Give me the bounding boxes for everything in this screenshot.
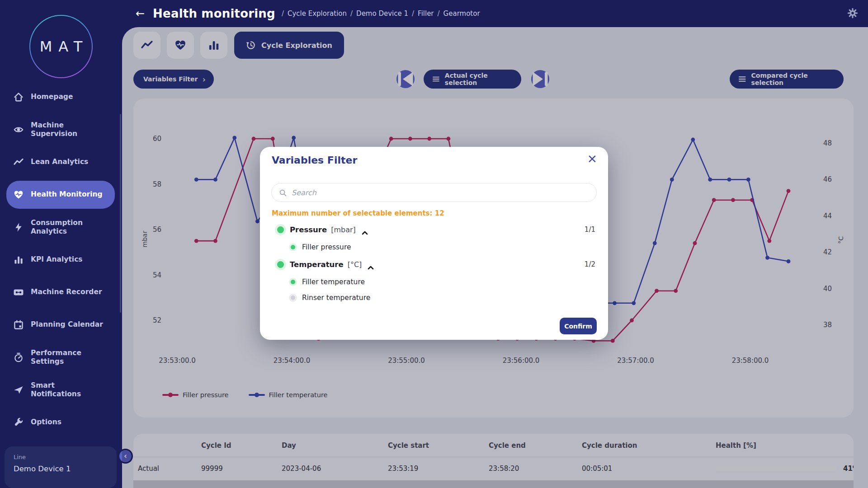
breadcrumb-separator: / — [282, 9, 284, 18]
page-title: Health monitoring — [153, 7, 275, 20]
recorder-icon — [14, 287, 24, 297]
sidebar-item-smart-notifications[interactable]: Smart Notifications — [0, 374, 122, 406]
close-icon[interactable]: × — [587, 152, 597, 164]
home-icon — [14, 92, 24, 102]
sidebar-item-planning-calendar[interactable]: Planning Calendar — [0, 309, 122, 341]
sidebar-item-label: Homepage — [31, 93, 103, 101]
breadcrumb-item[interactable]: Gearmotor — [443, 9, 480, 18]
group-unit: [°C] — [348, 260, 362, 269]
sidebar-item-label: Planning Calendar — [31, 320, 103, 329]
variables-filter-modal: Variables Filter × Maximum number of sel… — [260, 147, 608, 340]
sidebar-item-options[interactable]: Options — [0, 406, 122, 439]
search-icon — [279, 189, 287, 197]
gear-icon[interactable] — [847, 8, 858, 19]
option-label: Filler pressure — [302, 243, 351, 251]
option-select-dot[interactable] — [291, 296, 295, 300]
group-name: Pressure — [290, 225, 327, 234]
modal-title: Variables Filter — [272, 155, 357, 166]
variable-group-temperature[interactable]: Temperature[°C]1/2 — [272, 255, 596, 274]
calendar-icon — [14, 320, 24, 330]
sidebar-item-health-monitoring[interactable]: Health Monitoring — [0, 178, 122, 211]
sidebar-item-machine-supervision[interactable]: Machine Supervision — [0, 113, 122, 146]
breadcrumb-item[interactable]: Cycle Exploration — [288, 9, 347, 18]
sidebar-item-label: Health Monitoring — [31, 190, 103, 199]
sidebar-item-machine-recorder[interactable]: Machine Recorder — [0, 276, 122, 309]
sidebar-item-label: Machine Recorder — [31, 288, 103, 296]
option-label: Rinser temperature — [302, 294, 370, 302]
sidebar-nav: HomepageMachine SupervisionLean Analytic… — [0, 81, 122, 439]
option-select-dot[interactable] — [291, 280, 295, 284]
confirm-button[interactable]: Confirm — [560, 318, 597, 334]
sidebar-scrollbar[interactable] — [120, 114, 121, 313]
search-input[interactable] — [292, 188, 589, 197]
sidebar-item-homepage[interactable]: Homepage — [0, 81, 122, 113]
modal-search-box[interactable] — [271, 183, 597, 202]
group-select-dot[interactable] — [277, 261, 284, 268]
option-label: Filler temperature — [302, 278, 365, 286]
back-arrow-icon[interactable]: ← — [136, 7, 145, 20]
breadcrumb-separator: / — [438, 9, 440, 18]
breadcrumb: /Cycle Exploration/Demo Device 1/Filler/… — [282, 9, 480, 18]
max-elements-warning: Maximum number of selectable elements: 1… — [272, 209, 444, 217]
bolt-icon — [14, 222, 24, 232]
device-card-value: Demo Device 1 — [14, 465, 108, 473]
sidebar-item-lean-analytics[interactable]: Lean Analytics — [0, 146, 122, 178]
sidebar-item-label: KPI Analytics — [31, 255, 103, 264]
chevron-up-icon[interactable] — [368, 263, 374, 267]
header: ← Health monitoring /Cycle Exploration/D… — [0, 0, 868, 27]
gauge-icon — [14, 352, 24, 362]
eye-icon — [14, 125, 24, 135]
chevron-up-icon[interactable] — [362, 228, 368, 232]
device-card[interactable]: Line Demo Device 1 — [5, 446, 117, 488]
breadcrumb-item[interactable]: Filler — [418, 9, 434, 18]
heart-icon — [14, 190, 24, 200]
group-select-dot[interactable] — [277, 226, 284, 233]
sidebar-item-consumption-analytics[interactable]: Consumption Analytics — [0, 211, 122, 244]
logo-text: MAT — [33, 38, 89, 55]
group-count: 1/1 — [585, 225, 596, 234]
breadcrumb-item[interactable]: Demo Device 1 — [356, 9, 408, 18]
option-select-dot[interactable] — [291, 245, 295, 249]
sidebar-item-performance-settings[interactable]: Performance Settings — [0, 341, 122, 374]
sidebar-item-kpi-analytics[interactable]: KPI Analytics — [0, 244, 122, 276]
sidebar: MAT HomepageMachine SupervisionLean Anal… — [0, 0, 122, 488]
group-unit: [mbar] — [331, 225, 356, 234]
group-count: 1/2 — [585, 260, 596, 268]
breadcrumb-separator: / — [350, 9, 353, 18]
device-card-label: Line — [14, 454, 108, 460]
sidebar-item-label: Options — [31, 418, 103, 427]
group-name: Temperature — [290, 260, 344, 269]
sidebar-item-label: Smart Notifications — [31, 381, 103, 399]
trend-icon — [14, 157, 24, 167]
breadcrumb-separator: / — [412, 9, 414, 18]
sidebar-item-label: Consumption Analytics — [31, 219, 103, 236]
send-icon — [14, 385, 24, 395]
bar-chart-icon — [14, 255, 24, 265]
app-root: { "header": { "title": "Health monitorin… — [0, 0, 868, 488]
sidebar-item-label: Performance Settings — [31, 349, 103, 366]
sidebar-item-label: Lean Analytics — [31, 158, 103, 166]
variable-group-pressure[interactable]: Pressure[mbar]1/1 — [272, 220, 596, 239]
sidebar-item-label: Machine Supervision — [31, 121, 103, 139]
variable-option[interactable]: Rinser temperature — [272, 290, 596, 305]
mat-logo: MAT — [29, 15, 93, 78]
wrench-icon — [14, 418, 24, 427]
variable-option[interactable]: Filler temperature — [272, 274, 596, 290]
variable-option[interactable]: Filler pressure — [272, 239, 596, 255]
variable-groups: Pressure[mbar]1/1Filler pressureTemperat… — [272, 220, 596, 305]
